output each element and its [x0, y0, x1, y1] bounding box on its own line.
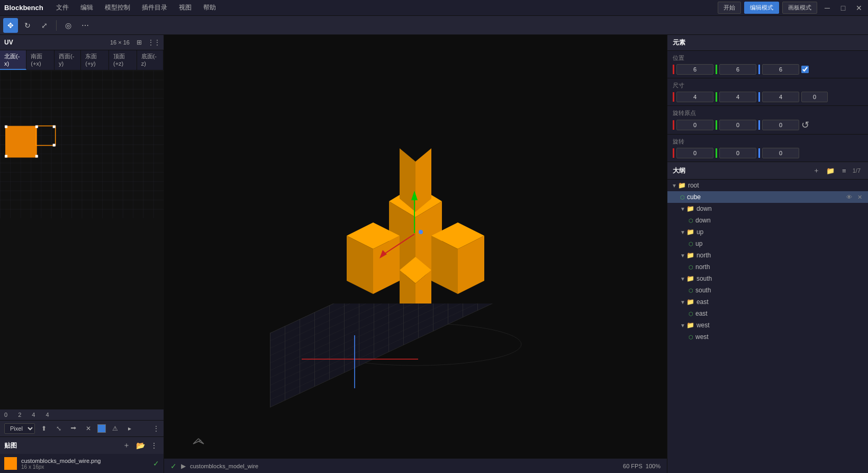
south-folder-visibility-button[interactable]: 👁: [845, 274, 853, 283]
rotation-y[interactable]: [719, 148, 756, 158]
face-tab-west[interactable]: 西面(-y): [55, 50, 81, 70]
close-button[interactable]: ✕: [854, 4, 864, 12]
mode-edit[interactable]: 编辑模式: [744, 2, 779, 14]
west-mesh-delete-button[interactable]: ✕: [855, 333, 864, 341]
north-folder-visibility-button[interactable]: 👁: [845, 251, 853, 260]
root-delete-button[interactable]: ✕: [855, 181, 864, 190]
uv-flip-button[interactable]: ⮕: [68, 423, 79, 434]
east-folder-visibility-button[interactable]: 👁: [845, 298, 853, 306]
north-mesh-delete-button[interactable]: ✕: [855, 263, 864, 271]
position-x[interactable]: [676, 64, 713, 75]
uv-grid-button[interactable]: ⊞: [134, 37, 144, 48]
rotate-tool-button[interactable]: ↻: [20, 18, 35, 33]
down-mesh-delete-button[interactable]: ✕: [855, 216, 864, 225]
tree-item-west-mesh[interactable]: ⬡ west 👁 ✕: [667, 331, 868, 343]
uv-clear-button[interactable]: ✕: [83, 423, 94, 434]
west-folder-visibility-button[interactable]: 👁: [845, 321, 853, 329]
up-folder-visibility-button[interactable]: 👁: [845, 228, 853, 236]
mode-start[interactable]: 开始: [718, 2, 741, 14]
rotation-z[interactable]: [762, 148, 799, 158]
origin-z[interactable]: [762, 120, 799, 130]
position-z[interactable]: [762, 64, 799, 75]
south-mesh-visibility-button[interactable]: 👁: [845, 286, 853, 294]
uv-move-button[interactable]: ⬆: [38, 423, 50, 434]
down-folder-delete-button[interactable]: ✕: [855, 204, 864, 213]
up-mesh-delete-button[interactable]: ✕: [855, 239, 864, 248]
outline-list-button[interactable]: ≡: [839, 165, 849, 176]
uv-warning-button[interactable]: ⚠: [109, 423, 121, 434]
tree-item-east-mesh[interactable]: ⬡ east 👁 ✕: [667, 308, 868, 319]
mode-paint[interactable]: 画板模式: [782, 2, 817, 14]
east-mesh-visibility-button[interactable]: 👁: [845, 309, 853, 318]
tree-item-west-folder[interactable]: ▼ 📁 west 👁 ✕: [667, 319, 868, 331]
face-tab-east[interactable]: 东面(+y): [81, 50, 109, 70]
texture-open-button[interactable]: 📂: [135, 440, 146, 451]
face-tab-top[interactable]: 顶面(+z): [109, 50, 137, 70]
size-y[interactable]: [719, 92, 756, 102]
north-folder-delete-button[interactable]: ✕: [855, 251, 864, 260]
uv-expand-button[interactable]: ⤡: [53, 423, 65, 434]
menu-file[interactable]: 文件: [54, 2, 71, 13]
viewport[interactable]: ✓ ▶ customblocks_model_wire 60 FPS 100%: [164, 35, 667, 473]
scale-tool-button[interactable]: ⤢: [37, 18, 52, 33]
west-folder-delete-button[interactable]: ✕: [855, 321, 864, 329]
west-mesh-visibility-button[interactable]: 👁: [845, 333, 853, 341]
size-x[interactable]: [676, 92, 713, 102]
uv-layout-button[interactable]: ⋮⋮: [149, 37, 159, 48]
origin-reset-button[interactable]: ↺: [801, 119, 809, 131]
down-mesh-visibility-button[interactable]: 👁: [845, 216, 853, 225]
tree-item-root[interactable]: ▼ 📁 root 👁 ✕: [667, 180, 868, 191]
uv-color-swatch[interactable]: [97, 424, 106, 433]
uv-play-button[interactable]: ▸: [124, 423, 135, 434]
uv-canvas[interactable]: [0, 70, 164, 409]
texture-item[interactable]: customblocks_model_wire.png 16 x 16px ✓: [0, 454, 164, 473]
menu-help[interactable]: 帮助: [201, 2, 218, 13]
face-tab-bottom[interactable]: 底面(-z): [137, 50, 164, 70]
south-folder-delete-button[interactable]: ✕: [855, 274, 864, 283]
texture-add-button[interactable]: ＋: [121, 440, 132, 451]
more-tools-button[interactable]: ⋯: [78, 18, 93, 33]
vertex-snap-button[interactable]: ◎: [61, 18, 76, 33]
tree-item-down-mesh[interactable]: ⬡ down 👁 ✕: [667, 215, 868, 226]
size-w[interactable]: [801, 92, 828, 102]
size-z[interactable]: [762, 92, 799, 102]
tree-item-down-folder[interactable]: ▼ 📁 down 👁 ✕: [667, 203, 868, 215]
cube-visibility-button[interactable]: 👁: [845, 193, 853, 201]
maximize-button[interactable]: □: [838, 4, 848, 12]
texture-more-button[interactable]: ⋮: [149, 440, 159, 451]
menu-view[interactable]: 视图: [177, 2, 194, 13]
position-lock-checkbox[interactable]: [801, 66, 809, 73]
cube-delete-button[interactable]: ✕: [855, 193, 864, 201]
minimize-button[interactable]: ─: [822, 4, 832, 12]
face-tab-north[interactable]: 北面(-x): [0, 50, 26, 70]
tree-item-up-folder[interactable]: ▼ 📁 up 👁 ✕: [667, 226, 868, 238]
tree-item-south-folder[interactable]: ▼ 📁 south 👁 ✕: [667, 273, 868, 284]
tree-item-north-folder[interactable]: ▼ 📁 north 👁 ✕: [667, 249, 868, 261]
down-folder-visibility-button[interactable]: 👁: [845, 204, 853, 213]
up-mesh-visibility-button[interactable]: 👁: [845, 239, 853, 248]
move-tool-button[interactable]: ✥: [3, 18, 18, 33]
origin-x[interactable]: [676, 120, 713, 130]
outline-add-button[interactable]: ＋: [811, 165, 822, 176]
menu-plugins[interactable]: 插件目录: [140, 2, 169, 13]
north-mesh-visibility-button[interactable]: 👁: [845, 263, 853, 271]
tree-item-south-mesh[interactable]: ⬡ south 👁 ✕: [667, 284, 868, 296]
tree-item-north-mesh[interactable]: ⬡ north 👁 ✕: [667, 261, 868, 273]
tree-item-up-mesh[interactable]: ⬡ up 👁 ✕: [667, 238, 868, 249]
origin-y[interactable]: [719, 120, 756, 130]
up-folder-delete-button[interactable]: ✕: [855, 228, 864, 236]
tree-item-cube[interactable]: ⬡ cube 👁 ✕: [667, 191, 868, 203]
menu-model[interactable]: 模型控制: [103, 2, 132, 13]
rotation-x[interactable]: [676, 148, 713, 158]
position-y[interactable]: [719, 64, 756, 75]
south-mesh-delete-button[interactable]: ✕: [855, 286, 864, 294]
root-visibility-button[interactable]: 👁: [845, 181, 853, 190]
east-folder-delete-button[interactable]: ✕: [855, 298, 864, 306]
uv-more-button[interactable]: ⋮: [153, 425, 159, 432]
outline-folder-button[interactable]: 📁: [825, 165, 836, 176]
east-mesh-delete-button[interactable]: ✕: [855, 309, 864, 318]
tree-item-east-folder[interactable]: ▼ 📁 east 👁 ✕: [667, 296, 868, 308]
face-tab-south[interactable]: 南面(+x): [26, 50, 55, 70]
menu-edit[interactable]: 编辑: [78, 2, 95, 13]
pixel-mode-select[interactable]: Pixel: [4, 423, 35, 434]
